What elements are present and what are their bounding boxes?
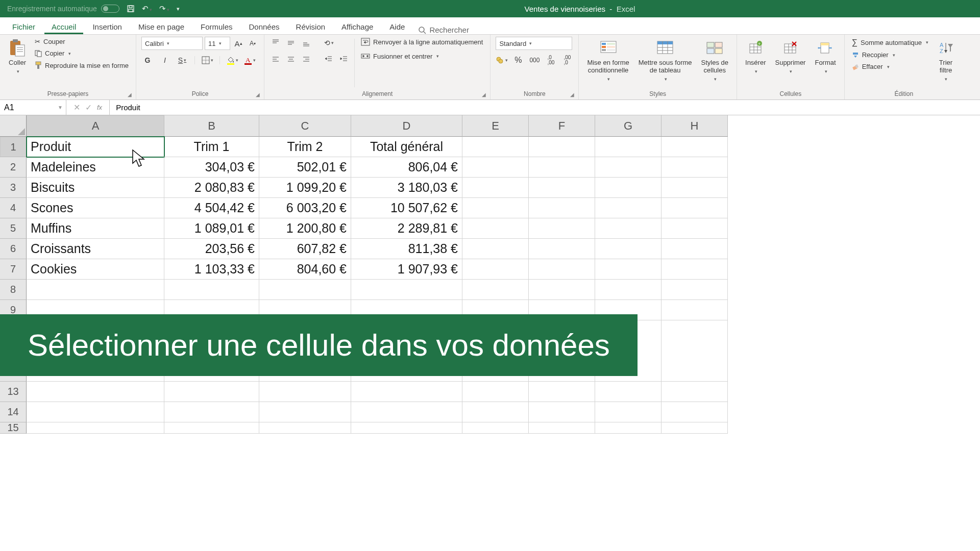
- cell[interactable]: 502,01 €: [259, 157, 351, 178]
- cell[interactable]: [164, 402, 259, 422]
- cell[interactable]: [462, 157, 529, 178]
- copy-button[interactable]: Copier: [33, 48, 131, 58]
- cell[interactable]: [462, 422, 529, 434]
- select-all-corner[interactable]: [0, 115, 27, 137]
- insert-cells-button[interactable]: + Insérer: [742, 37, 769, 76]
- cell[interactable]: 6 003,20 €: [259, 198, 351, 218]
- decrease-font-icon[interactable]: A▾: [247, 37, 259, 49]
- cell[interactable]: 806,04 €: [351, 157, 462, 178]
- cell[interactable]: 2 080,83 €: [164, 178, 259, 198]
- cell[interactable]: [662, 218, 728, 239]
- save-icon[interactable]: [127, 5, 135, 13]
- tab-home[interactable]: Accueil: [44, 18, 83, 34]
- cell[interactable]: [595, 218, 662, 239]
- cell[interactable]: [529, 280, 595, 300]
- cell[interactable]: [595, 178, 662, 198]
- row-header[interactable]: 15: [0, 422, 27, 434]
- cell[interactable]: [164, 422, 259, 434]
- cell[interactable]: Biscuits: [27, 178, 164, 198]
- cell[interactable]: [595, 280, 662, 300]
- align-right-icon[interactable]: [300, 53, 312, 65]
- cell[interactable]: Croissants: [27, 239, 164, 259]
- cell[interactable]: [462, 137, 529, 157]
- cell[interactable]: [595, 157, 662, 178]
- cell[interactable]: 10 507,62 €: [351, 198, 462, 218]
- cell[interactable]: [529, 382, 595, 402]
- cell[interactable]: [259, 422, 351, 434]
- cell[interactable]: Cookies: [27, 259, 164, 280]
- cell[interactable]: [595, 422, 662, 434]
- orientation-icon[interactable]: ⟲: [323, 37, 335, 49]
- cell[interactable]: [164, 280, 259, 300]
- cell[interactable]: [27, 402, 164, 422]
- wrap-text-button[interactable]: Renvoyer à la ligne automatiquement: [359, 37, 485, 47]
- align-left-icon[interactable]: [270, 53, 282, 65]
- row-header[interactable]: 7: [0, 259, 27, 280]
- fill-button[interactable]: Recopier: [850, 50, 930, 60]
- cell[interactable]: [662, 422, 728, 434]
- cell[interactable]: [662, 280, 728, 300]
- increase-font-icon[interactable]: A▴: [232, 37, 244, 49]
- autosave-toggle[interactable]: Enregistrement automatique: [7, 5, 119, 13]
- undo-icon[interactable]: ↶: [142, 4, 152, 13]
- cell-a1[interactable]: Produit: [27, 137, 164, 157]
- conditional-format-button[interactable]: Mise en forme conditionnelle: [584, 37, 632, 84]
- cell[interactable]: Total général: [351, 137, 462, 157]
- paste-button[interactable]: Coller: [5, 37, 30, 76]
- cell[interactable]: 304,03 €: [164, 157, 259, 178]
- col-header-h[interactable]: H: [662, 115, 728, 137]
- cell[interactable]: 1 907,93 €: [351, 259, 462, 280]
- cell[interactable]: 1 200,80 €: [259, 218, 351, 239]
- cell[interactable]: 1 089,01 €: [164, 218, 259, 239]
- cell[interactable]: [351, 280, 462, 300]
- cell[interactable]: 4 504,42 €: [164, 198, 259, 218]
- cell[interactable]: [529, 402, 595, 422]
- row-header[interactable]: 2: [0, 157, 27, 178]
- tab-insert[interactable]: Insertion: [85, 18, 129, 34]
- col-header-b[interactable]: B: [164, 115, 259, 137]
- cell[interactable]: [595, 402, 662, 422]
- cell[interactable]: [259, 280, 351, 300]
- tab-help[interactable]: Aide: [382, 18, 412, 34]
- cell[interactable]: [662, 259, 728, 280]
- tab-formulas[interactable]: Formules: [193, 18, 240, 34]
- col-header-d[interactable]: D: [351, 115, 462, 137]
- comma-format-icon[interactable]: 000: [528, 54, 541, 66]
- row-header[interactable]: 13: [0, 382, 27, 402]
- cell[interactable]: Scones: [27, 198, 164, 218]
- decrease-indent-icon[interactable]: [323, 53, 335, 65]
- cell[interactable]: [662, 157, 728, 178]
- cell[interactable]: 811,38 €: [351, 239, 462, 259]
- delete-cells-button[interactable]: Supprimer: [772, 37, 808, 76]
- fx-icon[interactable]: fx: [97, 104, 102, 111]
- cell[interactable]: 2 289,81 €: [351, 218, 462, 239]
- cell[interactable]: [662, 137, 728, 157]
- cell[interactable]: [462, 259, 529, 280]
- cell[interactable]: [595, 198, 662, 218]
- cell[interactable]: [662, 198, 728, 218]
- tab-data[interactable]: Données: [242, 18, 287, 34]
- cell[interactable]: [662, 300, 728, 320]
- row-header[interactable]: 4: [0, 198, 27, 218]
- cell[interactable]: [529, 218, 595, 239]
- cell[interactable]: [595, 382, 662, 402]
- row-header[interactable]: 3: [0, 178, 27, 198]
- cell[interactable]: [529, 157, 595, 178]
- cell[interactable]: [529, 259, 595, 280]
- clear-button[interactable]: Effacer: [850, 62, 930, 71]
- cell[interactable]: [259, 402, 351, 422]
- font-size-select[interactable]: 11: [205, 37, 230, 50]
- cell[interactable]: 804,60 €: [259, 259, 351, 280]
- cell[interactable]: 1 099,20 €: [259, 178, 351, 198]
- col-header-a[interactable]: A: [27, 115, 164, 137]
- cell[interactable]: [529, 137, 595, 157]
- cell[interactable]: 3 180,03 €: [351, 178, 462, 198]
- cell[interactable]: Madeleines: [27, 157, 164, 178]
- cell[interactable]: [462, 402, 529, 422]
- col-header-c[interactable]: C: [259, 115, 351, 137]
- tab-layout[interactable]: Mise en page: [131, 18, 191, 34]
- italic-button[interactable]: I: [159, 54, 171, 66]
- format-as-table-button[interactable]: Mettre sous forme de tableau: [635, 37, 695, 84]
- align-center-icon[interactable]: [285, 53, 297, 65]
- cell[interactable]: [529, 178, 595, 198]
